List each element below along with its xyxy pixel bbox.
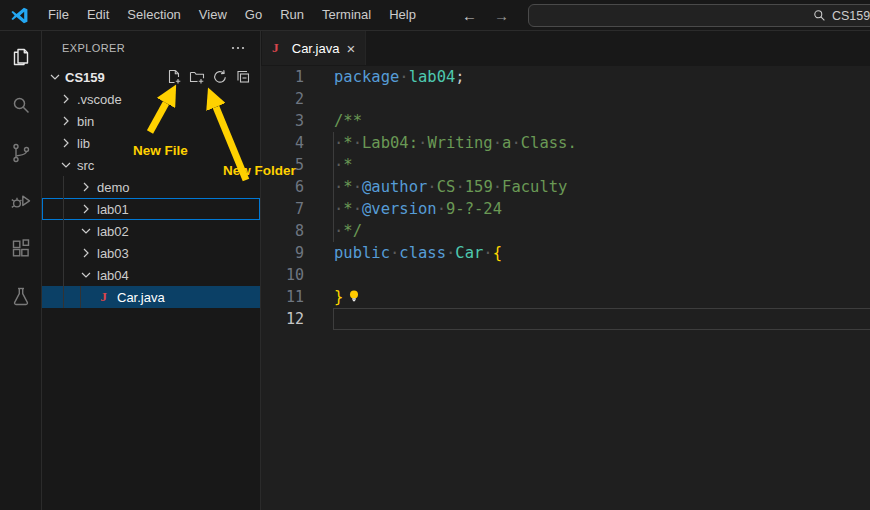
explorer-icon[interactable]	[0, 33, 41, 81]
line-number: 5	[261, 154, 304, 176]
titlebar: FileEditSelectionViewGoRunTerminalHelp ←…	[0, 0, 870, 31]
indent-guide	[63, 264, 64, 286]
history-nav: ← →	[462, 0, 509, 30]
code-text: ·*	[334, 154, 353, 176]
more-actions-icon[interactable]	[230, 40, 246, 56]
command-center-search[interactable]: CS159	[528, 4, 870, 27]
workspace-name: CS159	[832, 9, 870, 23]
line-number: 8	[261, 220, 304, 242]
code-line: 12	[261, 308, 870, 330]
line-number: 4	[261, 132, 304, 154]
refresh-icon[interactable]	[212, 69, 228, 85]
code-line: 11}	[261, 286, 870, 308]
tree-item-bin[interactable]: bin	[42, 110, 260, 132]
tree-item-label: .vscode	[77, 92, 122, 107]
line-number: 6	[261, 176, 304, 198]
collapse-folders-icon[interactable]	[235, 69, 251, 85]
tree-item--vscode[interactable]: .vscode	[42, 88, 260, 110]
tree-item-src[interactable]: src	[42, 154, 260, 176]
tree-item-lab02[interactable]: lab02	[42, 220, 260, 242]
file-tree: .vscodebinlibsrcdemolab01lab02lab03lab04…	[42, 88, 260, 308]
line-number: 11	[261, 286, 304, 308]
code-line: 10	[261, 264, 870, 286]
nav-back-icon[interactable]: ←	[462, 7, 477, 24]
code-text: package·lab04;	[334, 66, 465, 88]
line-number: 3	[261, 110, 304, 132]
menu-edit[interactable]: Edit	[78, 0, 118, 30]
new-folder-button[interactable]	[189, 69, 205, 85]
tab-bar: J Car.java ×	[261, 30, 870, 66]
chevron-right-icon	[78, 179, 94, 195]
chevron-down-icon	[78, 267, 94, 283]
lightbulb-icon[interactable]	[347, 289, 361, 303]
code-text: /**	[334, 110, 362, 132]
search-view-icon[interactable]	[0, 81, 41, 129]
chevron-right-icon	[78, 245, 94, 261]
nav-forward-icon[interactable]: →	[494, 7, 509, 24]
tree-item-lib[interactable]: lib	[42, 132, 260, 154]
chevron-down-icon	[58, 157, 74, 173]
menu-go[interactable]: Go	[236, 0, 271, 30]
code-line: 9public·class·Car·{	[261, 242, 870, 264]
root-folder-name: CS159	[65, 70, 105, 85]
tree-item-lab03[interactable]: lab03	[42, 242, 260, 264]
code-text: ·*·@author·CS·159·Faculty	[334, 176, 567, 198]
menu-terminal[interactable]: Terminal	[313, 0, 380, 30]
line-number: 2	[261, 88, 304, 110]
tree-item-label: lab04	[97, 268, 129, 283]
code-line: 6·*·@author·CS·159·Faculty	[261, 176, 870, 198]
code-text: public·class·Car·{	[334, 242, 502, 264]
chevron-down-icon	[78, 223, 94, 239]
tree-item-label: lab01	[97, 202, 129, 217]
code-line: 3/**	[261, 110, 870, 132]
extensions-icon[interactable]	[0, 225, 41, 273]
menu-selection[interactable]: Selection	[118, 0, 189, 30]
menu-run[interactable]: Run	[271, 0, 313, 30]
menu-file[interactable]: File	[39, 0, 78, 30]
tree-item-lab01[interactable]: lab01	[42, 198, 260, 220]
indent-guide	[63, 176, 64, 198]
tree-item-label: Car.java	[117, 290, 165, 305]
vscode-window: FileEditSelectionViewGoRunTerminalHelp ←…	[0, 0, 870, 510]
code-text: ·*/	[334, 220, 362, 242]
chevron-down-icon	[47, 69, 63, 85]
explorer-toolbar	[166, 69, 251, 85]
activity-bar	[0, 30, 42, 510]
command-center-content: CS159	[813, 5, 870, 26]
chevron-right-icon	[58, 91, 74, 107]
chevron-right-icon	[78, 201, 94, 217]
code-text: ·*·@version·9-?-24	[334, 198, 502, 220]
code-line: 7·*·@version·9-?-24	[261, 198, 870, 220]
code-line: 8·*/	[261, 220, 870, 242]
close-tab-icon[interactable]: ×	[346, 41, 355, 56]
editor-surface[interactable]: 1package·lab04;23/**4·*·Lab04:·Writing·a…	[261, 66, 870, 510]
explorer-title: EXPLORER	[62, 42, 125, 54]
code-line: 1package·lab04;	[261, 66, 870, 88]
line-number: 10	[261, 264, 304, 286]
menu-view[interactable]: View	[190, 0, 236, 30]
line-number: 1	[261, 66, 304, 88]
indent-guide	[63, 286, 64, 308]
indent-guide	[63, 242, 64, 264]
java-file-icon: J	[96, 289, 111, 305]
tab-car-java[interactable]: J Car.java ×	[262, 30, 366, 65]
tree-item-label: demo	[97, 180, 130, 195]
explorer-header: EXPLORER	[42, 30, 260, 66]
tree-item-lab04[interactable]: lab04	[42, 264, 260, 286]
new-file-button[interactable]	[166, 69, 182, 85]
explorer-sidebar: EXPLORER CS159	[42, 30, 261, 510]
tree-item-label: lab02	[97, 224, 129, 239]
line-number: 7	[261, 198, 304, 220]
source-control-icon[interactable]	[0, 129, 41, 177]
tree-item-demo[interactable]: demo	[42, 176, 260, 198]
line-number: 9	[261, 242, 304, 264]
tree-item-car-java[interactable]: JCar.java	[42, 286, 260, 308]
tree-item-label: lab03	[97, 246, 129, 261]
tree-item-label: lib	[77, 136, 90, 151]
code-text: }	[334, 286, 361, 308]
code-line: 4·*·Lab04:·Writing·a·Class.	[261, 132, 870, 154]
run-and-debug-icon[interactable]	[0, 177, 41, 225]
current-line-highlight	[333, 308, 870, 330]
testing-icon[interactable]	[0, 273, 41, 321]
menu-help[interactable]: Help	[380, 0, 425, 30]
